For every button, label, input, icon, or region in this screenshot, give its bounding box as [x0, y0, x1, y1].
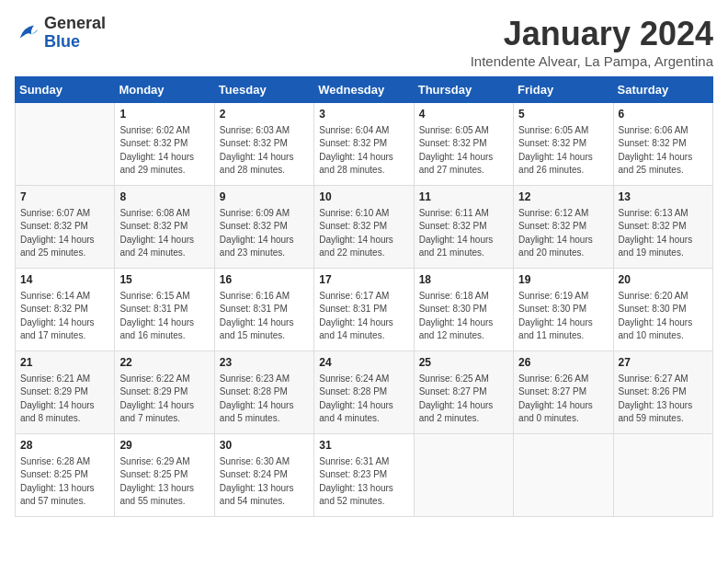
- day-info: Sunrise: 6:31 AMSunset: 8:23 PMDaylight:…: [319, 455, 408, 509]
- day-info: Sunrise: 6:24 AMSunset: 8:28 PMDaylight:…: [319, 373, 408, 426]
- logo: General Blue: [15, 15, 106, 52]
- day-info: Sunrise: 6:07 AMSunset: 8:32 PMDaylight:…: [20, 207, 109, 260]
- day-number: 17: [319, 272, 408, 288]
- calendar-cell: 1Sunrise: 6:02 AMSunset: 8:32 PMDaylight…: [115, 103, 214, 186]
- day-number: 10: [319, 190, 408, 205]
- calendar-title: January 2024: [471, 15, 713, 53]
- calendar-cell: 2Sunrise: 6:03 AMSunset: 8:32 PMDaylight…: [214, 103, 313, 186]
- calendar-cell: 6Sunrise: 6:06 AMSunset: 8:32 PMDaylight…: [613, 103, 712, 186]
- calendar-cell: 26Sunrise: 6:26 AMSunset: 8:27 PMDayligh…: [514, 351, 613, 434]
- day-info: Sunrise: 6:28 AMSunset: 8:25 PMDaylight:…: [20, 455, 109, 509]
- day-info: Sunrise: 6:20 AMSunset: 8:30 PMDaylight:…: [619, 290, 708, 343]
- day-number: 3: [319, 107, 408, 122]
- col-header-friday: Friday: [514, 77, 613, 103]
- calendar-week-row: 14Sunrise: 6:14 AMSunset: 8:32 PMDayligh…: [16, 269, 713, 351]
- calendar-cell: 13Sunrise: 6:13 AMSunset: 8:32 PMDayligh…: [613, 186, 712, 269]
- day-number: 4: [419, 107, 508, 122]
- day-info: Sunrise: 6:25 AMSunset: 8:27 PMDaylight:…: [419, 373, 508, 426]
- calendar-cell: 30Sunrise: 6:30 AMSunset: 8:24 PMDayligh…: [214, 434, 313, 517]
- day-number: 28: [20, 438, 109, 454]
- day-info: Sunrise: 6:13 AMSunset: 8:32 PMDaylight:…: [619, 207, 708, 260]
- calendar-cell: 17Sunrise: 6:17 AMSunset: 8:31 PMDayligh…: [314, 269, 414, 351]
- day-number: 14: [20, 272, 109, 288]
- day-number: 19: [518, 272, 608, 288]
- day-info: Sunrise: 6:18 AMSunset: 8:30 PMDaylight:…: [419, 290, 508, 343]
- calendar-cell: 23Sunrise: 6:23 AMSunset: 8:28 PMDayligh…: [214, 351, 313, 434]
- day-number: 18: [419, 272, 508, 288]
- col-header-monday: Monday: [115, 77, 214, 103]
- calendar-cell: 29Sunrise: 6:29 AMSunset: 8:25 PMDayligh…: [115, 434, 214, 517]
- day-info: Sunrise: 6:12 AMSunset: 8:32 PMDaylight:…: [518, 207, 608, 260]
- day-info: Sunrise: 6:16 AMSunset: 8:31 PMDaylight:…: [220, 290, 309, 343]
- title-area: January 2024 Intendente Alvear, La Pampa…: [471, 15, 713, 69]
- calendar-cell: 24Sunrise: 6:24 AMSunset: 8:28 PMDayligh…: [314, 351, 414, 434]
- day-number: 27: [619, 355, 708, 371]
- calendar-cell: 5Sunrise: 6:05 AMSunset: 8:32 PMDaylight…: [514, 103, 613, 186]
- calendar-header-row: SundayMondayTuesdayWednesdayThursdayFrid…: [16, 77, 713, 103]
- calendar-cell: 3Sunrise: 6:04 AMSunset: 8:32 PMDaylight…: [314, 103, 414, 186]
- calendar-cell: 10Sunrise: 6:10 AMSunset: 8:32 PMDayligh…: [314, 186, 414, 269]
- calendar-cell: 28Sunrise: 6:28 AMSunset: 8:25 PMDayligh…: [16, 434, 115, 517]
- col-header-sunday: Sunday: [16, 77, 115, 103]
- day-number: 16: [220, 272, 309, 288]
- calendar-cell: 27Sunrise: 6:27 AMSunset: 8:26 PMDayligh…: [613, 351, 712, 434]
- day-number: 5: [518, 107, 608, 122]
- calendar-cell: 11Sunrise: 6:11 AMSunset: 8:32 PMDayligh…: [414, 186, 513, 269]
- calendar-cell: 4Sunrise: 6:05 AMSunset: 8:32 PMDaylight…: [414, 103, 513, 186]
- day-number: 2: [220, 107, 309, 122]
- day-number: 9: [220, 190, 309, 205]
- day-info: Sunrise: 6:06 AMSunset: 8:32 PMDaylight:…: [619, 124, 708, 178]
- day-info: Sunrise: 6:09 AMSunset: 8:32 PMDaylight:…: [220, 207, 309, 260]
- day-info: Sunrise: 6:05 AMSunset: 8:32 PMDaylight:…: [518, 124, 608, 178]
- calendar-cell: 12Sunrise: 6:12 AMSunset: 8:32 PMDayligh…: [514, 186, 613, 269]
- day-number: 21: [20, 355, 109, 371]
- day-number: 7: [20, 190, 109, 205]
- day-info: Sunrise: 6:23 AMSunset: 8:28 PMDaylight:…: [220, 373, 309, 426]
- day-number: 6: [619, 107, 708, 122]
- day-number: 24: [319, 355, 408, 371]
- day-info: Sunrise: 6:08 AMSunset: 8:32 PMDaylight:…: [119, 207, 209, 260]
- day-info: Sunrise: 6:21 AMSunset: 8:29 PMDaylight:…: [20, 373, 109, 426]
- col-header-saturday: Saturday: [613, 77, 712, 103]
- day-number: 1: [119, 107, 209, 122]
- calendar-cell: 18Sunrise: 6:18 AMSunset: 8:30 PMDayligh…: [414, 269, 513, 351]
- day-info: Sunrise: 6:19 AMSunset: 8:30 PMDaylight:…: [518, 290, 608, 343]
- calendar-cell: 9Sunrise: 6:09 AMSunset: 8:32 PMDaylight…: [214, 186, 313, 269]
- calendar-cell: [16, 103, 115, 186]
- calendar-cell: [514, 434, 613, 517]
- calendar-cell: 21Sunrise: 6:21 AMSunset: 8:29 PMDayligh…: [16, 351, 115, 434]
- logo-text: General Blue: [44, 15, 106, 52]
- day-number: 8: [119, 190, 209, 205]
- calendar-subtitle: Intendente Alvear, La Pampa, Argentina: [471, 53, 713, 69]
- day-number: 26: [518, 355, 608, 371]
- calendar-cell: [613, 434, 712, 517]
- day-info: Sunrise: 6:10 AMSunset: 8:32 PMDaylight:…: [319, 207, 408, 260]
- calendar-cell: 8Sunrise: 6:08 AMSunset: 8:32 PMDaylight…: [115, 186, 214, 269]
- calendar-week-row: 1Sunrise: 6:02 AMSunset: 8:32 PMDaylight…: [16, 103, 713, 186]
- day-info: Sunrise: 6:15 AMSunset: 8:31 PMDaylight:…: [119, 290, 209, 343]
- calendar-week-row: 28Sunrise: 6:28 AMSunset: 8:25 PMDayligh…: [16, 434, 713, 517]
- day-info: Sunrise: 6:03 AMSunset: 8:32 PMDaylight:…: [220, 124, 309, 178]
- day-number: 22: [119, 355, 209, 371]
- calendar-cell: 14Sunrise: 6:14 AMSunset: 8:32 PMDayligh…: [16, 269, 115, 351]
- day-number: 11: [419, 190, 508, 205]
- logo-bird-icon: [15, 20, 40, 46]
- day-info: Sunrise: 6:22 AMSunset: 8:29 PMDaylight:…: [119, 373, 209, 426]
- calendar-week-row: 21Sunrise: 6:21 AMSunset: 8:29 PMDayligh…: [16, 351, 713, 434]
- day-number: 15: [119, 272, 209, 288]
- day-number: 13: [619, 190, 708, 205]
- calendar-cell: 7Sunrise: 6:07 AMSunset: 8:32 PMDaylight…: [16, 186, 115, 269]
- day-number: 25: [419, 355, 508, 371]
- day-info: Sunrise: 6:17 AMSunset: 8:31 PMDaylight:…: [319, 290, 408, 343]
- calendar-cell: 22Sunrise: 6:22 AMSunset: 8:29 PMDayligh…: [115, 351, 214, 434]
- day-number: 30: [220, 438, 309, 454]
- day-info: Sunrise: 6:11 AMSunset: 8:32 PMDaylight:…: [419, 207, 508, 260]
- day-info: Sunrise: 6:27 AMSunset: 8:26 PMDaylight:…: [619, 373, 708, 426]
- col-header-thursday: Thursday: [414, 77, 513, 103]
- calendar-cell: 31Sunrise: 6:31 AMSunset: 8:23 PMDayligh…: [314, 434, 414, 517]
- day-info: Sunrise: 6:05 AMSunset: 8:32 PMDaylight:…: [419, 124, 508, 178]
- day-info: Sunrise: 6:26 AMSunset: 8:27 PMDaylight:…: [518, 373, 608, 426]
- calendar-cell: 15Sunrise: 6:15 AMSunset: 8:31 PMDayligh…: [115, 269, 214, 351]
- col-header-tuesday: Tuesday: [214, 77, 313, 103]
- calendar-cell: 25Sunrise: 6:25 AMSunset: 8:27 PMDayligh…: [414, 351, 513, 434]
